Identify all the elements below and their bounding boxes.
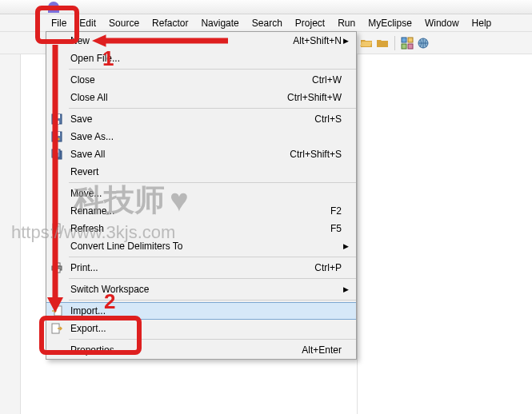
- svg-rect-3: [408, 44, 413, 49]
- menu-item-shortcut: Ctrl+P: [314, 262, 342, 273]
- menu-item-shortcut: F2: [330, 205, 342, 217]
- menu-item-shortcut: Ctrl+S: [314, 113, 342, 125]
- menu-item-label: Close All: [67, 92, 287, 103]
- menu-item-label: Close: [67, 74, 312, 86]
- menu-item-label: Rename...: [67, 205, 330, 217]
- menu-item-label: Save As...: [67, 131, 342, 142]
- menubar: File Edit Source Refactor Navigate Searc…: [0, 14, 532, 32]
- menu-item-shortcut: Ctrl+Shift+S: [290, 149, 342, 160]
- menu-item-shortcut: Alt+Enter: [302, 344, 342, 356]
- menu-item-switch-workspace[interactable]: Switch Workspace▶: [46, 281, 356, 298]
- menu-item-label: Print...: [67, 262, 314, 273]
- blank-icon: [46, 89, 67, 106]
- svg-rect-17: [54, 263, 60, 266]
- menu-help[interactable]: Help: [466, 14, 498, 31]
- blank-icon: [46, 341, 67, 359]
- menu-item-import[interactable]: Import...: [46, 302, 356, 320]
- menu-item-print[interactable]: Print...Ctrl+P: [46, 259, 356, 277]
- menu-run[interactable]: Run: [331, 14, 362, 31]
- menu-item-label: Open File...: [67, 53, 342, 64]
- menu-item-shortcut: Ctrl+W: [312, 74, 342, 86]
- blank-icon: [46, 163, 67, 181]
- menu-item-export[interactable]: Export...: [46, 320, 356, 337]
- menu-item-revert[interactable]: Revert: [46, 163, 356, 181]
- refresh-icon: [46, 220, 67, 237]
- blank-icon: [46, 237, 67, 255]
- import-icon: [46, 302, 67, 320]
- menu-item-open-file[interactable]: Open File...: [46, 50, 356, 67]
- svg-rect-6: [54, 114, 60, 118]
- file-dropdown: NewAlt+Shift+N▶Open File...CloseCtrl+WCl…: [46, 31, 357, 360]
- menu-project[interactable]: Project: [289, 14, 331, 31]
- menu-item-save-all[interactable]: Save AllCtrl+Shift+S: [46, 145, 356, 163]
- left-gutter: [0, 54, 21, 414]
- menu-item-label: Import...: [67, 305, 342, 316]
- menu-item-properties[interactable]: PropertiesAlt+Enter: [46, 341, 356, 359]
- perspective-icon[interactable]: [401, 37, 414, 50]
- save-icon: [46, 110, 67, 128]
- menu-navigate[interactable]: Navigate: [194, 14, 245, 31]
- menu-file[interactable]: File: [45, 14, 73, 31]
- menu-item-refresh[interactable]: RefreshF5: [46, 220, 356, 237]
- print-icon: [46, 259, 67, 277]
- menu-search[interactable]: Search: [246, 14, 289, 31]
- menu-item-label: New: [67, 35, 293, 46]
- svg-rect-0: [402, 38, 406, 42]
- menu-item-move[interactable]: Move...: [46, 185, 356, 202]
- menu-item-shortcut: Ctrl+Shift+W: [287, 92, 342, 103]
- menu-item-label: Save: [67, 113, 314, 125]
- svg-rect-19: [54, 269, 60, 273]
- blank-icon: [46, 202, 67, 220]
- menu-item-convert-line-delimiters-to[interactable]: Convert Line Delimiters To▶: [46, 237, 356, 255]
- svg-rect-7: [54, 121, 59, 124]
- svg-rect-9: [54, 132, 60, 136]
- menu-source[interactable]: Source: [102, 14, 146, 31]
- menu-item-label: Revert: [67, 166, 342, 177]
- menu-item-save-as[interactable]: Save As...: [46, 128, 356, 145]
- globe-icon[interactable]: [417, 37, 430, 50]
- window-titlebar: [0, 0, 532, 14]
- blank-icon: [46, 50, 67, 67]
- menu-item-shortcut: F5: [330, 223, 342, 234]
- submenu-arrow-icon: ▶: [342, 37, 350, 45]
- menu-separator: [69, 339, 356, 340]
- menu-item-label: Convert Line Delimiters To: [67, 241, 342, 252]
- menu-item-shortcut: Alt+Shift+N: [293, 35, 342, 46]
- svg-rect-13: [53, 224, 60, 233]
- saveas-icon: [46, 128, 67, 145]
- menu-window[interactable]: Window: [418, 14, 466, 31]
- menu-myeclipse[interactable]: MyEclipse: [362, 14, 418, 31]
- menu-item-close-all[interactable]: Close AllCtrl+Shift+W: [46, 89, 356, 106]
- saveall-icon: [46, 145, 67, 163]
- blank-icon: [46, 185, 67, 202]
- submenu-arrow-icon: ▶: [342, 242, 350, 250]
- svg-rect-1: [408, 38, 413, 42]
- menu-separator: [69, 108, 356, 109]
- svg-rect-12: [54, 149, 58, 153]
- menu-item-label: Save All: [67, 149, 290, 160]
- submenu-arrow-icon: ▶: [342, 285, 350, 293]
- menu-item-save[interactable]: SaveCtrl+S: [46, 110, 356, 128]
- menu-item-label: Export...: [67, 323, 342, 334]
- svg-rect-2: [402, 44, 406, 49]
- export-icon: [46, 320, 67, 337]
- menu-separator: [69, 300, 356, 301]
- menu-item-label: Move...: [67, 188, 342, 199]
- menu-item-new[interactable]: NewAlt+Shift+N▶: [46, 32, 356, 50]
- menu-edit[interactable]: Edit: [73, 14, 102, 31]
- blank-icon: [46, 32, 67, 50]
- menu-item-label: Properties: [67, 344, 302, 356]
- blank-icon: [46, 281, 67, 298]
- menu-separator: [69, 182, 356, 183]
- app-icon: [48, 2, 59, 13]
- menu-separator: [69, 69, 356, 70]
- menu-item-close[interactable]: CloseCtrl+W: [46, 71, 356, 89]
- blank-icon: [46, 71, 67, 89]
- open-folder-icon[interactable]: [360, 37, 373, 50]
- menu-item-label: Refresh: [67, 223, 330, 234]
- menu-separator: [69, 257, 356, 257]
- folder-icon[interactable]: [376, 37, 389, 50]
- menu-item-label: Switch Workspace: [67, 284, 342, 295]
- menu-refactor[interactable]: Refactor: [146, 14, 194, 31]
- menu-item-rename[interactable]: Rename...F2: [46, 202, 356, 220]
